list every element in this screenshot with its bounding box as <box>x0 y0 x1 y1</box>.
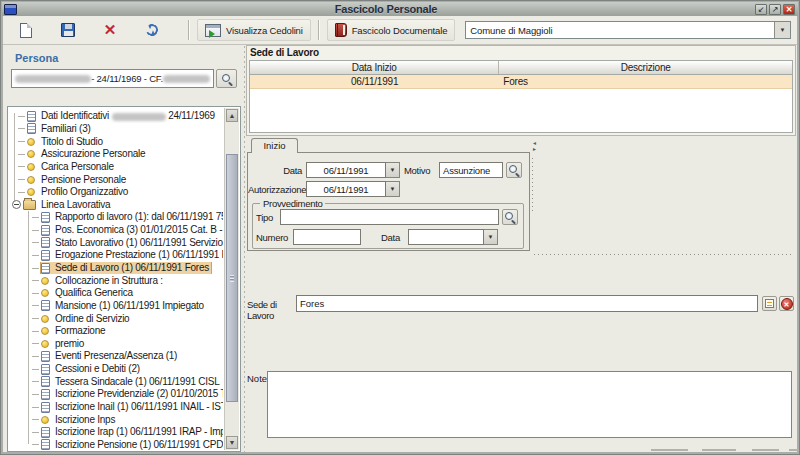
autorizzazione-date-combobox[interactable]: 06/11/1991 ▼ <box>306 181 400 197</box>
note-textarea[interactable] <box>267 371 792 438</box>
tree-item-sede-di-lavoro[interactable]: Sede di Lavoro (1) 06/11/1991 Fores <box>10 262 223 275</box>
new-document-icon <box>20 23 32 38</box>
tree-item-formazione[interactable]: Formazione <box>10 325 223 338</box>
expander-icon[interactable] <box>12 200 21 209</box>
restore-button[interactable]: ↙ <box>755 4 767 15</box>
column-header-data-inizio[interactable]: Data Inizio <box>250 61 499 74</box>
tree-item-rapporto-di-lavoro[interactable]: Rapporto di lavoro (1): dal 06/11/1991 7… <box>10 211 223 224</box>
provvedimento-data-combobox[interactable]: ▼ <box>408 229 498 245</box>
close-button[interactable]: ✕ <box>783 4 795 15</box>
horizontal-splitter[interactable] <box>534 254 791 255</box>
tree-item-stato-lavorativo[interactable]: Stato Lavorativo (1) 06/11/1991 Servizio… <box>10 236 223 249</box>
tree-item-assicurazione-personale[interactable]: Assicurazione Personale <box>10 148 223 161</box>
numero-input[interactable] <box>293 229 361 245</box>
tree-scrollbar[interactable]: ▲ ▼ <box>224 108 239 450</box>
sede-clear-button[interactable]: ✕ <box>779 296 794 311</box>
tab-inizio[interactable]: Inizio <box>251 138 298 153</box>
search-icon <box>508 164 520 176</box>
document-icon <box>27 123 36 134</box>
refresh-button[interactable] <box>142 20 162 40</box>
bottom-dash <box>789 449 799 451</box>
column-header-descrizione[interactable]: Descrizione <box>499 61 792 74</box>
tree-item-qualifica-generica[interactable]: Qualifica Generica <box>10 287 223 300</box>
document-icon <box>41 237 50 248</box>
chevron-down-icon[interactable]: ▼ <box>386 181 400 197</box>
fascicolo-documentale-button[interactable]: Fascicolo Documentale <box>327 19 456 41</box>
persona-input[interactable]: - 24/11/1969 - CF. <box>11 69 214 88</box>
chevron-down-icon[interactable]: ▼ <box>774 22 790 38</box>
list-icon <box>765 299 774 308</box>
ente-combobox[interactable]: Comune di Maggioli ▼ <box>465 21 791 39</box>
tree-item-carica-personale[interactable]: Carica Personale <box>10 161 223 174</box>
document-icon <box>41 376 50 387</box>
vertical-splitter[interactable] <box>532 158 533 213</box>
autorizzazione-date-value: 06/11/1991 <box>306 181 386 197</box>
tree-item-mansione[interactable]: Mansione (1) 06/11/1991 Impiegato <box>10 300 223 313</box>
tree-item-titolo-di-studio[interactable]: Titolo di Studio <box>10 135 223 148</box>
sede-di-lavoro-header: Sede di Lavoro <box>247 46 795 59</box>
scroll-up-button[interactable]: ▲ <box>226 109 238 122</box>
splitter-collapse-icons[interactable]: ◄► <box>532 140 540 152</box>
visualizza-cedolini-button[interactable]: Visualizza Cedolini <box>197 19 311 41</box>
scroll-down-button[interactable]: ▼ <box>226 436 238 449</box>
panel-splitter[interactable] <box>244 46 245 452</box>
persona-search-button[interactable] <box>216 69 237 88</box>
cedolini-icon <box>205 24 221 37</box>
save-icon <box>61 23 75 37</box>
selected-highlight: Sede di Lavoro (1) 06/11/1991 Fores <box>41 262 211 274</box>
bullet-icon <box>41 277 49 285</box>
document-icon <box>41 351 50 362</box>
document-icon <box>41 225 50 236</box>
tree-item-iscrizione-irap[interactable]: Iscrizione Irap (1) 06/11/1991 IRAP - Im… <box>10 426 223 439</box>
tipo-search-button[interactable] <box>502 209 518 225</box>
tree-item-linea-lavorativa[interactable]: Linea Lavorativa <box>10 198 223 211</box>
tree-item-premio[interactable]: premio <box>10 338 223 351</box>
bullet-icon <box>41 416 49 424</box>
tipo-input[interactable] <box>280 209 499 225</box>
tree-item-iscrizione-inps[interactable]: Iscrizione Inps <box>10 413 223 426</box>
sede-list-button[interactable] <box>762 296 777 311</box>
tree-item-iscrizione-previdenziale[interactable]: Iscrizione Previdenziale (2) 01/10/2015 … <box>10 388 223 401</box>
provvedimento-legend: Provvedimento <box>260 198 325 209</box>
tree-item-pensione-personale[interactable]: Pensione Personale <box>10 173 223 186</box>
new-button[interactable] <box>16 20 36 40</box>
document-book-icon <box>335 23 347 37</box>
redacted-cf <box>163 75 210 83</box>
document-icon <box>41 263 50 274</box>
redacted-text <box>112 113 166 121</box>
tree-item-dati-identificativi[interactable]: Dati Identificativi 24/11/1969 <box>10 110 223 123</box>
document-icon <box>41 250 50 261</box>
tree-item-tessera-sindacale[interactable]: Tessera Sindacale (1) 06/11/1991 CISL <box>10 375 223 388</box>
document-icon <box>41 364 50 375</box>
chevron-down-icon[interactable]: ▼ <box>484 229 498 245</box>
tree-item-pos-economica[interactable]: Pos. Economica (3) 01/01/2015 Cat. B - P… <box>10 224 223 237</box>
tree-item-iscrizione-pensione[interactable]: Iscrizione Pensione (1) 06/11/1991 CPDEL… <box>10 439 223 452</box>
delete-button[interactable]: ✕ <box>100 20 120 40</box>
document-icon <box>41 402 50 413</box>
table-row[interactable]: 06/11/1991 Fores <box>250 75 792 89</box>
bullet-icon <box>27 150 35 158</box>
sede-lavoro-field-label: Sede di Lavoro <box>247 299 293 321</box>
document-icon <box>27 111 36 122</box>
data-date-value: 06/11/1991 <box>306 162 386 178</box>
bullet-icon <box>41 315 49 323</box>
chevron-down-icon[interactable]: ▼ <box>386 162 400 178</box>
scrollbar-thumb[interactable] <box>226 154 238 402</box>
data-date-combobox[interactable]: 06/11/1991 ▼ <box>306 162 400 178</box>
tree-item-erogazione-prestazione[interactable]: Erogazione Prestazione (1) 06/11/1991 Fu… <box>10 249 223 262</box>
motivo-input[interactable]: Assunzione <box>439 162 503 178</box>
tree-item-familiari[interactable]: Familiari (3) <box>10 123 223 136</box>
tree-item-iscrizione-inail[interactable]: Iscrizione Inail (1) 06/11/1991 INAIL - … <box>10 401 223 414</box>
tree-item-collocazione-in-struttura[interactable]: Collocazione in Struttura : <box>10 274 223 287</box>
tree-item-eventi-presenza-assenza[interactable]: Eventi Presenza/Assenza (1) <box>10 350 223 363</box>
maximize-button[interactable]: ↗ <box>769 4 781 15</box>
tree-item-cessioni-e-debiti[interactable]: Cessioni e Debiti (2) <box>10 363 223 376</box>
tree-item-ordine-di-servizio[interactable]: Ordine di Servizio <box>10 312 223 325</box>
motivo-search-button[interactable] <box>506 162 522 178</box>
tree-item-profilo-organizzativo[interactable]: Profilo Organizzativo <box>10 186 223 199</box>
sede-lavoro-input[interactable]: Fores <box>296 295 758 312</box>
save-button[interactable] <box>58 20 78 40</box>
document-icon <box>41 212 50 223</box>
provvedimento-group: Provvedimento Tipo Numero Data ▼ <box>252 203 524 249</box>
inizio-panel: Data 06/11/1991 ▼ Motivo Assunzione Auto… <box>247 152 530 251</box>
